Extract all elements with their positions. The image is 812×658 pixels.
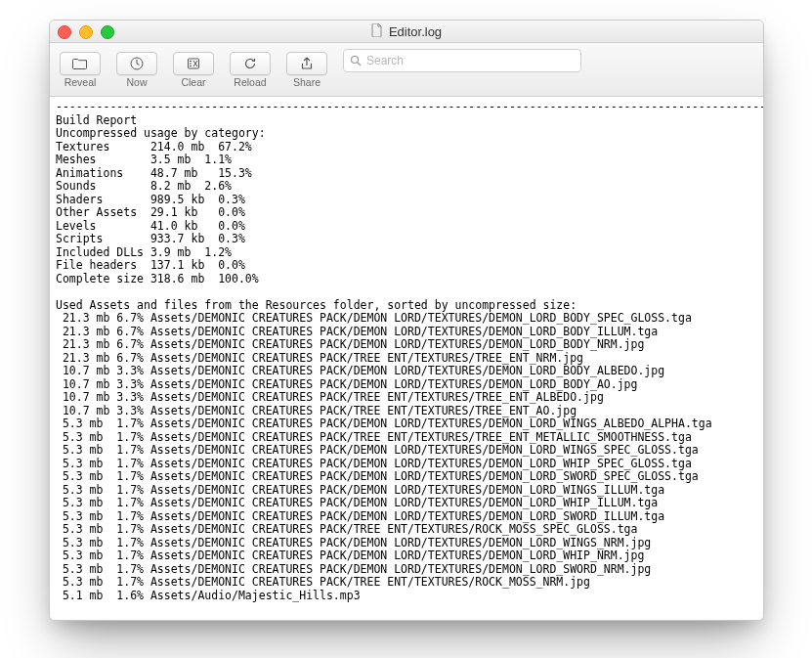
document-icon xyxy=(371,23,383,40)
svg-line-3 xyxy=(358,63,361,66)
search-input[interactable] xyxy=(366,54,575,67)
reload-button[interactable] xyxy=(230,52,271,75)
svg-point-2 xyxy=(352,57,359,64)
share-button[interactable] xyxy=(286,52,327,75)
console-window: Editor.log Reveal Now Clear xyxy=(49,20,764,621)
clear-icon xyxy=(186,56,201,71)
zoom-button[interactable] xyxy=(101,25,114,39)
log-text: ----------------------------------------… xyxy=(50,97,763,608)
titlebar[interactable]: Editor.log xyxy=(50,21,763,43)
log-viewport[interactable]: ----------------------------------------… xyxy=(50,97,763,620)
reload-label: Reload xyxy=(234,76,266,88)
reveal-button[interactable] xyxy=(60,52,101,75)
search-field[interactable] xyxy=(343,49,581,72)
clear-button[interactable] xyxy=(173,52,214,75)
toolbar: Reveal Now Clear Reload xyxy=(50,43,763,97)
window-title: Editor.log xyxy=(389,24,442,39)
now-label: Now xyxy=(126,76,147,88)
reload-icon xyxy=(242,56,258,71)
window-controls xyxy=(58,25,114,39)
share-label: Share xyxy=(293,76,321,88)
clock-icon xyxy=(129,56,145,71)
share-icon xyxy=(299,56,315,71)
now-button[interactable] xyxy=(116,52,157,75)
minimize-button[interactable] xyxy=(79,25,93,39)
reveal-label: Reveal xyxy=(64,76,97,88)
close-button[interactable] xyxy=(58,25,71,39)
search-icon xyxy=(350,55,362,66)
clear-label: Clear xyxy=(181,76,205,88)
folder-icon xyxy=(72,56,88,71)
